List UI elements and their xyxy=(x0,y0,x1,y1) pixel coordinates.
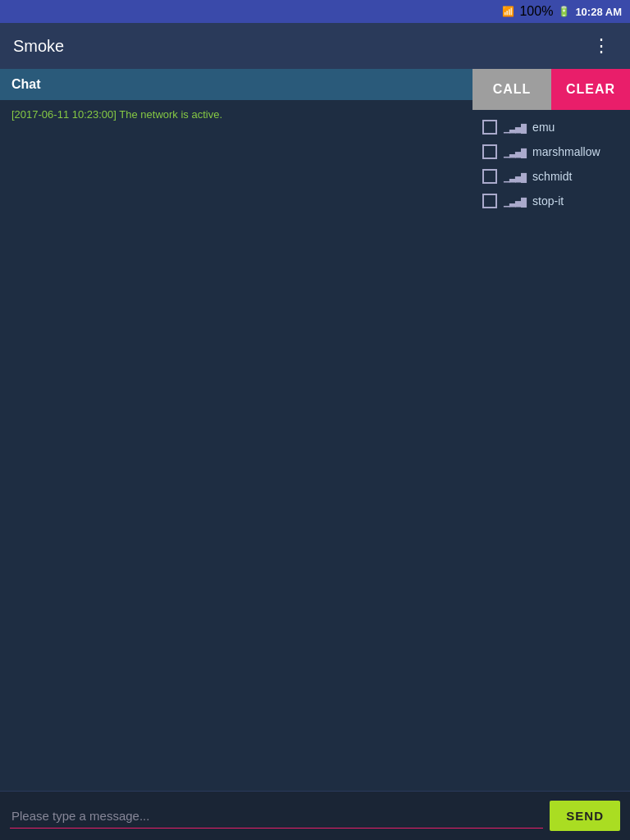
chat-messages: [2017-06-11 10:23:00] The network is act… xyxy=(0,100,472,791)
peer-checkbox[interactable] xyxy=(482,169,497,184)
peer-name: stop-it xyxy=(532,194,564,208)
peer-name: emu xyxy=(532,121,555,134)
peer-item[interactable]: emu xyxy=(476,115,627,139)
battery-icon: 🔋 xyxy=(558,6,570,17)
right-panel: CALL CLEAR emumarshmallowschmidtstop-it xyxy=(472,69,630,791)
signal-icon xyxy=(504,194,526,208)
peer-name: marshmallow xyxy=(532,145,600,158)
clear-button[interactable]: CLEAR xyxy=(551,69,630,110)
menu-button[interactable]: ⋮ xyxy=(586,32,617,60)
message-input[interactable] xyxy=(10,804,543,829)
status-time: 10:28 AM xyxy=(575,6,622,18)
peer-item[interactable]: marshmallow xyxy=(476,139,627,164)
app-bar: Smoke ⋮ xyxy=(0,23,630,69)
battery-percentage: 100% xyxy=(519,4,553,19)
call-button[interactable]: CALL xyxy=(472,69,551,110)
signal-icon xyxy=(504,169,526,184)
peer-checkbox[interactable] xyxy=(482,194,497,208)
status-bar: 📶 100% 🔋 10:28 AM xyxy=(0,0,630,23)
peer-item[interactable]: stop-it xyxy=(476,189,627,213)
signal-icon xyxy=(504,120,526,135)
peer-checkbox[interactable] xyxy=(482,120,497,135)
signal-icon xyxy=(504,144,526,159)
peer-name: schmidt xyxy=(532,170,572,183)
system-message: [2017-06-11 10:23:00] The network is act… xyxy=(11,108,461,121)
app-title: Smoke xyxy=(13,37,64,56)
chat-panel: Chat [2017-06-11 10:23:00] The network i… xyxy=(0,69,472,791)
main-content: Chat [2017-06-11 10:23:00] The network i… xyxy=(0,69,630,791)
wifi-icon: 📶 xyxy=(502,6,514,17)
action-buttons: CALL CLEAR xyxy=(472,69,630,110)
peer-item[interactable]: schmidt xyxy=(476,164,627,189)
peer-checkbox[interactable] xyxy=(482,144,497,159)
peer-list: emumarshmallowschmidtstop-it xyxy=(472,110,630,218)
send-button[interactable]: SEND xyxy=(550,801,620,831)
input-bar: SEND xyxy=(0,791,630,840)
chat-header: Chat xyxy=(0,69,472,100)
